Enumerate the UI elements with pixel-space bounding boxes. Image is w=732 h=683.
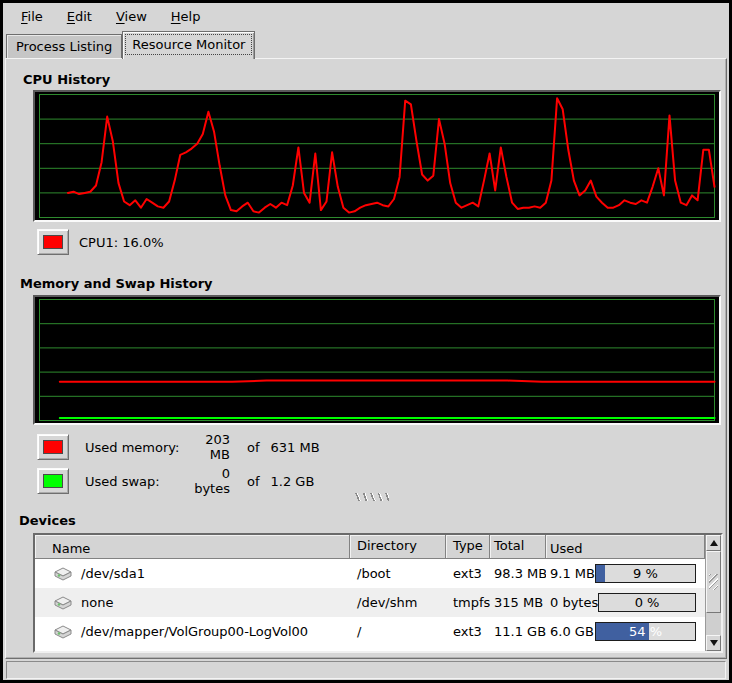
devices-title: Devices bbox=[19, 513, 76, 528]
device-total: 11.1 GB bbox=[490, 624, 546, 639]
scroll-up-button[interactable] bbox=[706, 535, 721, 551]
device-used: 9.1 MB9 % bbox=[546, 564, 705, 583]
cpu-color-swatch-button[interactable] bbox=[37, 229, 69, 255]
statusbar bbox=[6, 661, 726, 679]
resource-monitor-page: CPU History CPU1: 16.0% Memory and Swap … bbox=[5, 58, 727, 659]
disk-icon bbox=[52, 624, 74, 640]
column-header-directory[interactable]: Directory bbox=[350, 535, 446, 559]
device-row[interactable]: none/dev/shmtmpfs315 MB0 bytes0 % bbox=[35, 588, 705, 617]
device-row[interactable]: /dev/mapper/VolGroup00-LogVol00/ext311.1… bbox=[35, 617, 705, 646]
device-type: ext3 bbox=[446, 566, 490, 581]
devices-table-header: NameDirectoryTypeTotalUsed bbox=[35, 535, 705, 559]
device-directory: /dev/shm bbox=[350, 595, 446, 610]
device-name: /dev/sda1 bbox=[35, 566, 350, 582]
memory-history-title: Memory and Swap History bbox=[20, 276, 213, 291]
device-type: ext3 bbox=[446, 624, 490, 639]
usage-percent-label: 0 % bbox=[599, 594, 695, 611]
arrow-up-icon bbox=[710, 540, 718, 546]
column-header-total[interactable]: Total bbox=[490, 535, 546, 559]
swap-of-word: of bbox=[247, 474, 260, 489]
device-name: /dev/mapper/VolGroup00-LogVol00 bbox=[35, 624, 350, 640]
tab-resource-monitor[interactable]: Resource Monitor bbox=[122, 31, 255, 59]
menu-file[interactable]: File bbox=[11, 6, 53, 27]
usage-progress-bar: 54 % bbox=[595, 622, 696, 641]
cpu-history-graph bbox=[33, 90, 721, 222]
swap-total-value: 1.2 GB bbox=[271, 474, 315, 489]
system-monitor-window: FileEditViewHelp Process Listing Resourc… bbox=[0, 0, 732, 683]
memory-legend-label: Used memory: bbox=[85, 440, 182, 455]
memory-color-swatch-button[interactable] bbox=[37, 434, 69, 460]
swap-legend-label: Used swap: bbox=[85, 474, 182, 489]
scrollbar-thumb[interactable] bbox=[706, 551, 721, 613]
swap-color-swatch-button[interactable] bbox=[37, 468, 69, 494]
device-directory: /boot bbox=[350, 566, 446, 581]
scrollbar-grip-icon bbox=[709, 574, 718, 590]
menubar: FileEditViewHelp bbox=[3, 3, 729, 30]
tab-process-listing[interactable]: Process Listing bbox=[6, 34, 122, 58]
memory-used-value: 203 MB bbox=[182, 432, 230, 462]
menu-view[interactable]: View bbox=[106, 6, 157, 27]
arrow-down-icon bbox=[710, 640, 718, 646]
usage-progress-bar: 9 % bbox=[595, 564, 696, 583]
column-header-type[interactable]: Type bbox=[446, 535, 490, 559]
cpu-history-title: CPU History bbox=[23, 72, 110, 87]
memory-history-chart bbox=[35, 297, 719, 423]
swap-color-swatch bbox=[43, 474, 63, 488]
vertical-scrollbar[interactable] bbox=[705, 535, 721, 651]
pane-resize-grip[interactable] bbox=[355, 493, 389, 501]
device-total: 98.3 MB bbox=[490, 566, 546, 581]
devices-table-frame: NameDirectoryTypeTotalUsed /dev/sda1/boo… bbox=[33, 533, 723, 653]
devices-table: NameDirectoryTypeTotalUsed /dev/sda1/boo… bbox=[35, 535, 705, 651]
tab-bar: Process Listing Resource Monitor bbox=[3, 30, 729, 58]
scrollbar-trough[interactable] bbox=[706, 613, 721, 635]
memory-history-graph bbox=[33, 295, 721, 425]
memory-total-value: 631 MB bbox=[271, 440, 320, 455]
tab-label: Resource Monitor bbox=[125, 34, 252, 55]
usage-percent-label: 54 % bbox=[596, 623, 695, 640]
usage-progress-bar: 0 % bbox=[598, 593, 696, 612]
swap-used-value: 0 bytes bbox=[182, 466, 230, 496]
cpu-color-swatch bbox=[43, 235, 63, 249]
swap-legend-row: Used swap: 0 bytes of 1.2 GB bbox=[37, 466, 314, 496]
usage-percent-label: 9 % bbox=[596, 565, 695, 582]
column-header-name[interactable]: Name bbox=[35, 535, 350, 559]
disk-icon bbox=[52, 595, 74, 611]
memory-of-word: of bbox=[247, 440, 260, 455]
device-name: none bbox=[35, 595, 350, 611]
tab-label: Process Listing bbox=[7, 35, 121, 58]
memory-legend-row: Used memory: 203 MB of 631 MB bbox=[37, 432, 320, 462]
cpu-legend-label: CPU1: 16.0% bbox=[79, 235, 164, 250]
device-directory: / bbox=[350, 624, 446, 639]
menu-edit[interactable]: Edit bbox=[57, 6, 102, 27]
device-type: tmpfs bbox=[446, 595, 490, 610]
device-used: 0 bytes0 % bbox=[546, 593, 705, 612]
device-used: 6.0 GB54 % bbox=[546, 622, 705, 641]
memory-color-swatch bbox=[43, 440, 63, 454]
disk-icon bbox=[52, 566, 74, 582]
device-row[interactable]: /dev/sda1/bootext398.3 MB9.1 MB9 % bbox=[35, 559, 705, 588]
cpu-legend: CPU1: 16.0% bbox=[37, 229, 164, 255]
device-total: 315 MB bbox=[490, 595, 546, 610]
devices-table-body: /dev/sda1/bootext398.3 MB9.1 MB9 %none/d… bbox=[35, 559, 705, 646]
scroll-down-button[interactable] bbox=[706, 635, 721, 651]
column-header-used[interactable]: Used bbox=[546, 535, 705, 559]
cpu-history-chart bbox=[35, 92, 719, 220]
menu-help[interactable]: Help bbox=[161, 6, 211, 27]
